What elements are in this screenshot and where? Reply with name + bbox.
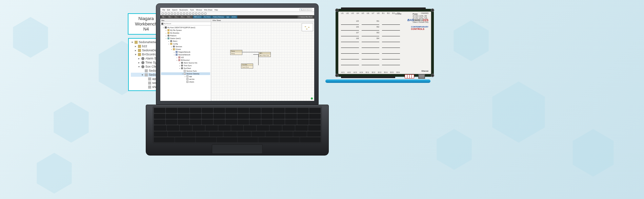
copy-icon[interactable] bbox=[186, 13, 188, 15]
tree-item[interactable]: service bbox=[161, 78, 210, 80]
tree-item[interactable]: ▸My File System bbox=[161, 29, 210, 32]
lock-icon bbox=[178, 59, 180, 61]
grid-icon[interactable] bbox=[201, 13, 203, 15]
fwd-icon[interactable] bbox=[165, 13, 167, 15]
nav-panel: Nav My Network ▾My Host: DESKTOP-0Q0POR … bbox=[160, 19, 211, 101]
zoom-icon[interactable] bbox=[198, 13, 200, 15]
menu-search[interactable]: Search bbox=[172, 9, 178, 11]
tree-item[interactable]: ▸Services bbox=[161, 45, 210, 48]
search-input[interactable]: 🔍 Quick Search bbox=[299, 8, 312, 11]
tree-item[interactable]: ▸NiagaraNetwork bbox=[161, 51, 210, 53]
breadcrumb-seg[interactable]: Co… bbox=[174, 16, 179, 18]
breadcrumb-seg[interactable]: My… bbox=[161, 16, 167, 18]
tree-item[interactable]: Sedona Tools bbox=[161, 70, 210, 72]
product-logo: BAScontrol22S bbox=[407, 18, 428, 22]
folder-icon bbox=[173, 48, 175, 50]
home-icon[interactable] bbox=[171, 13, 173, 15]
help-icon[interactable] bbox=[204, 13, 206, 15]
network-icon bbox=[161, 23, 163, 25]
folder-icon[interactable] bbox=[174, 13, 176, 15]
breadcrumb-view-mode[interactable]: ✎ Sedona Wire Sheet bbox=[298, 16, 314, 18]
tree-item[interactable]: ▸My Modules bbox=[161, 32, 210, 34]
cut-icon[interactable] bbox=[183, 13, 185, 15]
bg-hexagon bbox=[51, 102, 92, 143]
up-icon[interactable] bbox=[168, 13, 170, 15]
gear-icon bbox=[181, 67, 183, 69]
menu-edit[interactable]: Edit bbox=[167, 9, 170, 11]
tree-item[interactable]: ▾Drivers bbox=[161, 48, 210, 51]
ethernet-port bbox=[418, 74, 425, 79]
menu-help[interactable]: Help bbox=[215, 9, 218, 11]
breadcrumb-seg[interactable]: BAScontrol bbox=[193, 16, 202, 18]
tree-item[interactable]: ▸Time Sync bbox=[161, 64, 210, 67]
tree-item[interactable]: ▾Config bbox=[161, 42, 210, 45]
back-icon[interactable] bbox=[162, 13, 164, 15]
menu-window[interactable]: Window bbox=[196, 9, 202, 11]
io-write-lines: UI1UI5BI1UI2UI6BI2UI3UI7BI3UI4UI8BI4 bbox=[341, 20, 400, 65]
page-icon bbox=[186, 81, 188, 83]
net-icon bbox=[176, 51, 178, 53]
tree-item[interactable]: ▾BAScontrol bbox=[161, 59, 210, 61]
computer-icon bbox=[165, 26, 167, 29]
breadcrumb-seg[interactable]: Sox Client bbox=[203, 16, 212, 18]
node-body: Const Num bbox=[241, 66, 253, 68]
redo-icon[interactable] bbox=[195, 13, 197, 15]
node-massflow[interactable]: MF1 Mass Flow Calc bbox=[259, 52, 271, 57]
tree-item[interactable]: ▾Station (test1) bbox=[161, 37, 210, 40]
minimap[interactable] bbox=[302, 23, 313, 31]
breadcrumb: My…Sta…Co…Dri…Sed…BAScontrolSox ClientSe… bbox=[160, 15, 314, 19]
wire bbox=[242, 52, 259, 52]
breadcrumb-seg[interactable]: app bbox=[225, 16, 230, 18]
tree-item[interactable]: ▾My Host: DESKTOP-0Q0POR (test1) bbox=[161, 26, 210, 29]
tree-item[interactable]: ▾SedonaNetwork bbox=[161, 53, 210, 56]
bascontrol-device: UI1UI2UI3UI4UI5UI6UI7UI8BI1BI2BI3BI4 AO1… bbox=[336, 9, 434, 77]
net-icon bbox=[176, 54, 178, 56]
page-icon bbox=[184, 73, 186, 75]
breadcrumb-seg[interactable]: Sta… bbox=[167, 16, 173, 18]
bg-hexagon bbox=[488, 82, 549, 143]
node-body: Mass Flow Calc bbox=[259, 54, 270, 57]
mounting-hole bbox=[335, 74, 339, 77]
tree-item[interactable]: ▾Sedona Gateway bbox=[161, 72, 210, 75]
hicom-label: HI COM bbox=[395, 13, 401, 15]
menu-wire sheet[interactable]: Wire Sheet bbox=[204, 9, 213, 11]
breadcrumb-seg[interactable]: Dri… bbox=[180, 16, 185, 18]
node-const[interactable]: ConstNu Const Num bbox=[241, 64, 253, 69]
paste-icon[interactable] bbox=[189, 13, 191, 15]
tree-item[interactable]: ▾SoxClient bbox=[161, 67, 210, 70]
tree-item[interactable]: ▸Alarm Source Info bbox=[161, 61, 210, 64]
refresh-icon[interactable] bbox=[180, 13, 182, 15]
bg-hexagon bbox=[569, 129, 617, 177]
save-icon[interactable] bbox=[177, 13, 179, 15]
gear-icon bbox=[167, 35, 169, 37]
nav-header: Nav bbox=[160, 19, 211, 22]
menu-file[interactable]: File bbox=[162, 9, 165, 11]
menu-tools[interactable]: Tools bbox=[190, 9, 194, 11]
mounting-hole bbox=[431, 74, 434, 77]
status-indicator-icon bbox=[311, 97, 313, 100]
bg-hexagon bbox=[34, 153, 75, 194]
db-icon bbox=[167, 37, 169, 39]
tree-item[interactable]: ▸b22 bbox=[161, 56, 210, 59]
menu-bookmarks[interactable]: Bookmarks bbox=[180, 9, 188, 11]
node-ramp[interactable]: Ramp Ramp bbox=[230, 50, 242, 55]
breadcrumb-seg[interactable]: Sed… bbox=[186, 16, 193, 18]
breadcrumb-seg[interactable]: sheets bbox=[230, 16, 237, 18]
toolbar bbox=[160, 12, 314, 15]
wire-sheet-canvas[interactable]: Ramp Ramp MF1 Mass Flow Calc ConstNu Con… bbox=[211, 22, 314, 101]
tree-item[interactable]: ▾app bbox=[161, 75, 210, 78]
wiresheet-header: Wire Sheet bbox=[211, 19, 314, 22]
page-icon bbox=[184, 70, 186, 72]
nav-filter[interactable]: My Network bbox=[160, 22, 211, 25]
undo-icon[interactable] bbox=[192, 13, 194, 15]
nav-tree[interactable]: ▾My Host: DESKTOP-0Q0POR (test1)▸My File… bbox=[160, 25, 211, 101]
breadcrumb-seg[interactable]: Sedona Gateway bbox=[212, 16, 225, 18]
wire bbox=[253, 54, 259, 65]
clock-icon bbox=[181, 65, 183, 67]
lock-icon bbox=[178, 56, 180, 58]
tree-item[interactable]: ▸Platform bbox=[161, 34, 210, 37]
tree-item[interactable]: sheets bbox=[161, 80, 210, 83]
mounting-hole bbox=[431, 8, 434, 12]
tree-item[interactable]: ▸Alarm bbox=[161, 40, 210, 42]
terminal-block-bottom bbox=[341, 76, 395, 78]
